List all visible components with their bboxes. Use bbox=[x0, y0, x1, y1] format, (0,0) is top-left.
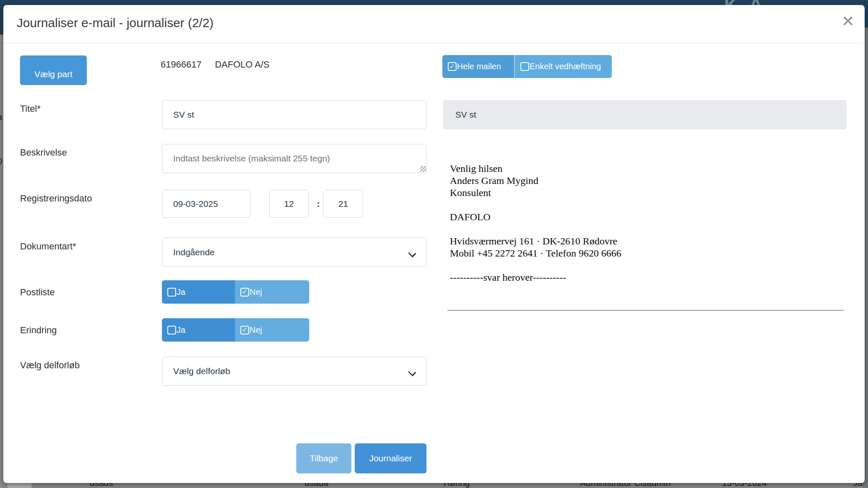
erindring-toggle: Ja ✓ Nej bbox=[162, 318, 309, 342]
titel-input[interactable] bbox=[162, 100, 426, 129]
dokumentart-select[interactable]: Indgående bbox=[162, 238, 426, 267]
toggle-option-label: Nej bbox=[250, 325, 262, 335]
toggle-option-label: Ja bbox=[177, 287, 185, 297]
modal-title: Journaliser e-mail - journaliser (2/2) bbox=[17, 16, 214, 30]
resize-handle-icon[interactable] bbox=[420, 166, 426, 172]
checkbox-checked-icon: ✓ bbox=[240, 326, 249, 335]
attachment-scope-toggle: ✓ Hele mailen Enkelt vedhæftning bbox=[442, 55, 612, 78]
erindring-label: Erindring bbox=[20, 325, 57, 336]
delforlob-select[interactable]: Vælg delforløb bbox=[162, 357, 426, 386]
toggle-option-enkelt-vedhaeftning[interactable]: Enkelt vedhæftning bbox=[514, 55, 612, 78]
back-button[interactable]: Tilbage bbox=[296, 443, 351, 473]
part-number: 61966617 bbox=[161, 59, 202, 70]
dokumentart-label: Dokumentart* bbox=[20, 241, 76, 252]
email-divider bbox=[447, 310, 844, 311]
toggle-option-label: Hele mailen bbox=[457, 62, 501, 71]
email-body-preview: Venlig hilsen Anders Gram Mygind Konsule… bbox=[450, 163, 846, 284]
chevron-down-icon bbox=[409, 368, 415, 375]
toggle-option-label: Enkelt vedhæftning bbox=[530, 62, 601, 71]
postliste-label: Postliste bbox=[20, 287, 55, 298]
delforlob-value: Vælg delforløb bbox=[173, 366, 230, 376]
part-name: DAFOLO A/S bbox=[215, 59, 270, 70]
toggle-option-label: Nej bbox=[250, 287, 262, 297]
modal-header: Journaliser e-mail - journaliser (2/2) × bbox=[3, 5, 865, 43]
time-separator: : bbox=[314, 190, 323, 218]
background-edge-text: 0 bbox=[0, 156, 2, 167]
close-icon[interactable]: × bbox=[842, 11, 854, 31]
registreringsdato-label: Registreringsdato bbox=[20, 193, 92, 204]
checkbox-checked-icon: ✓ bbox=[448, 62, 457, 71]
screen: KA a 0 dsads dsada Høring Administrator … bbox=[0, 0, 868, 488]
journaliser-button[interactable]: Journaliser bbox=[355, 443, 426, 473]
erindring-nej-option[interactable]: ✓ Nej bbox=[235, 318, 309, 342]
minute-input[interactable] bbox=[323, 190, 363, 218]
checkbox-unchecked-icon bbox=[167, 288, 176, 297]
email-subject-box: SV st bbox=[443, 100, 846, 129]
toggle-option-label: Ja bbox=[177, 325, 185, 335]
beskrivelse-label: Beskrivelse bbox=[20, 147, 67, 158]
postliste-nej-option[interactable]: ✓ Nej bbox=[235, 280, 309, 304]
date-input[interactable] bbox=[162, 190, 250, 218]
select-part-button[interactable]: Vælg part bbox=[20, 55, 87, 85]
checkbox-checked-icon: ✓ bbox=[240, 288, 249, 297]
checkbox-unchecked-icon bbox=[520, 62, 529, 71]
titel-label: Titel* bbox=[20, 103, 40, 114]
hour-input[interactable] bbox=[269, 190, 309, 218]
background-edge-text: a bbox=[0, 112, 2, 123]
chevron-down-icon bbox=[409, 249, 415, 256]
beskrivelse-textarea[interactable] bbox=[162, 144, 426, 173]
dokumentart-value: Indgående bbox=[173, 247, 214, 257]
part-info: 61966617 DAFOLO A/S bbox=[161, 55, 270, 74]
toggle-option-hele-mailen[interactable]: ✓ Hele mailen bbox=[442, 55, 514, 78]
delforlob-label: Vælg delforløb bbox=[20, 360, 80, 371]
postliste-toggle: Ja ✓ Nej bbox=[162, 280, 309, 304]
erindring-ja-option[interactable]: Ja bbox=[162, 318, 235, 342]
postliste-ja-option[interactable]: Ja bbox=[162, 280, 235, 304]
email-subject: SV st bbox=[455, 110, 476, 120]
journaliser-modal: Journaliser e-mail - journaliser (2/2) ×… bbox=[3, 5, 865, 483]
checkbox-unchecked-icon bbox=[167, 326, 176, 335]
